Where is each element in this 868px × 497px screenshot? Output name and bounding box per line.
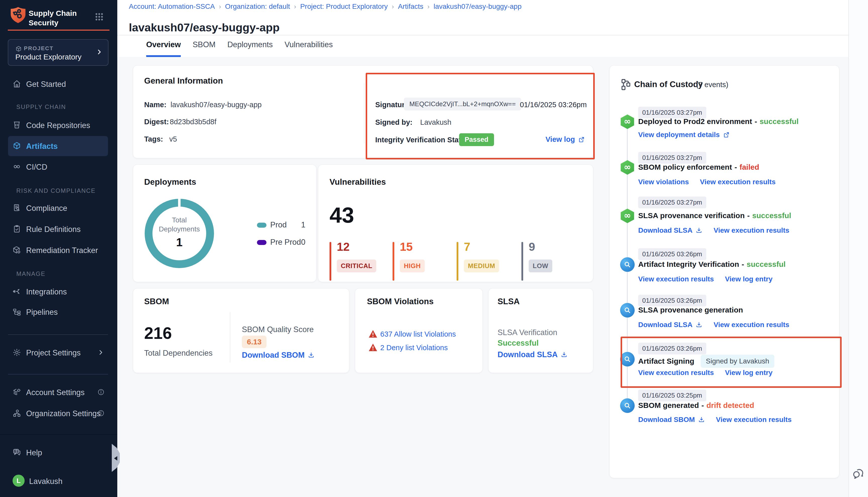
view-deployment-details-link[interactable]: View deployment details xyxy=(638,131,730,139)
total-dependencies-label: Total Dependencies xyxy=(144,349,212,358)
tags-label: Tags: xyxy=(144,135,163,143)
sidebar-item-label: Remediation Tracker xyxy=(26,246,98,255)
sidebar-item-project-settings[interactable]: Project Settings xyxy=(8,345,108,361)
sidebar-item-compliance[interactable]: Compliance xyxy=(8,200,108,216)
slsa-generation-icon xyxy=(620,303,635,317)
sidebar-item-rule-definitions[interactable]: Rule Definitions xyxy=(8,221,108,237)
sidebar-item-integrations[interactable]: Integrations xyxy=(8,284,108,300)
sidebar-item-pipelines[interactable]: Pipelines xyxy=(8,304,108,320)
tab-overview[interactable]: Overview xyxy=(146,40,181,57)
view-log-link[interactable]: View log xyxy=(546,135,585,144)
legend-dot-prod xyxy=(257,223,266,228)
deny-list-violations-link[interactable]: 2 Deny list Violations xyxy=(380,344,448,352)
vulnerabilities-card: Vulnerabilities 43 12 CRITICAL 15 HIGH 7… xyxy=(318,165,593,282)
event-title: SBOM policy enforcement - failed xyxy=(638,163,759,171)
event-status: drift detected xyxy=(706,401,754,410)
breadcrumb-organization[interactable]: Organization: default xyxy=(225,2,290,11)
chevron-right-icon xyxy=(96,49,102,55)
download-icon xyxy=(696,227,702,234)
sbom-card: SBOM 216 Total Dependencies SBOM Quality… xyxy=(133,288,349,373)
high-bar xyxy=(393,242,394,281)
deployments-card: Deployments Total Deployments 1 Prod 1 P… xyxy=(133,165,317,282)
view-execution-results-link[interactable]: View execution results xyxy=(638,275,714,283)
breadcrumb-artifact-name[interactable]: lavakush07/easy-buggy-app xyxy=(434,2,521,11)
legend-dot-pre-prod xyxy=(257,240,266,245)
signed-by-label: Signed by: xyxy=(375,118,412,127)
org-chart-gear-icon xyxy=(13,409,21,417)
sidebar-item-cicd[interactable]: CI/CD xyxy=(8,159,108,175)
download-slsa-link[interactable]: Download SLSA xyxy=(638,226,702,235)
sidebar-item-get-started[interactable]: Get Started xyxy=(8,76,108,92)
document-search-icon xyxy=(13,203,21,212)
layers-gear-icon xyxy=(13,388,21,396)
breadcrumb-artifacts[interactable]: Artifacts xyxy=(398,2,423,11)
download-sbom-link[interactable]: Download SBOM xyxy=(242,351,315,360)
tab-sbom[interactable]: SBOM xyxy=(193,40,215,57)
magnifier-icon xyxy=(624,355,631,363)
info-icon xyxy=(97,388,104,396)
signature-section-divider xyxy=(364,83,364,143)
medium-count: 7 xyxy=(464,240,471,254)
chain-of-custody-icon xyxy=(621,79,632,90)
event-timestamp: 01/16/2025 03:25pm xyxy=(638,389,706,401)
sidebar-item-organization-settings[interactable]: Organization Settings xyxy=(8,406,108,422)
sidebar-item-account-settings[interactable]: Account Settings xyxy=(8,384,108,400)
vulnerabilities-total: 43 xyxy=(330,202,354,228)
app-launcher-grid-icon[interactable] xyxy=(95,12,104,22)
user-avatar[interactable]: L xyxy=(13,475,25,487)
view-execution-results-link[interactable]: View execution results xyxy=(638,369,714,377)
artifact-cube-icon xyxy=(13,142,21,150)
download-slsa-label: Download SLSA xyxy=(498,350,558,359)
sbom-section-divider xyxy=(230,312,230,363)
warning-icon xyxy=(368,330,378,338)
view-execution-results-link[interactable]: View execution results xyxy=(700,178,775,186)
tags-value: v5 xyxy=(169,135,177,143)
critical-count: 12 xyxy=(337,240,350,254)
project-selector-name: Product Exploratory xyxy=(15,53,81,61)
signature-value[interactable]: MEQCICde2VjIT...bL+2+mqnOXw== xyxy=(404,98,521,111)
sidebar-item-code-repositories[interactable]: Code Repositories xyxy=(8,117,108,133)
digest-label: Digest: xyxy=(144,118,169,126)
tab-deployments[interactable]: Deployments xyxy=(227,40,273,57)
download-sbom-link[interactable]: Download SBOM xyxy=(638,416,705,424)
sidebar-item-label: Get Started xyxy=(26,80,66,89)
breadcrumb-project[interactable]: Project: Product Exploratory xyxy=(300,2,388,11)
view-execution-results-link[interactable]: View execution results xyxy=(714,226,789,235)
policy-enforcement-icon: ∞ xyxy=(620,160,635,175)
name-value: lavakush07/easy-buggy-app xyxy=(170,101,262,109)
sidebar-item-remediation-tracker[interactable]: Remediation Tracker xyxy=(8,242,108,258)
event-title: SLSA provenance verification - successfu… xyxy=(638,211,791,220)
signed-by-value: Lavakush xyxy=(420,118,451,127)
slsa-verification-icon: ∞ xyxy=(620,209,635,223)
card-title: SBOM Violations xyxy=(367,297,434,306)
sidebar-divider xyxy=(8,374,108,374)
name-label: Name: xyxy=(144,101,167,109)
project-selector[interactable]: PROJECT Product Exploratory xyxy=(8,39,109,66)
breadcrumb-account[interactable]: Account: Automation-SSCA xyxy=(129,2,215,11)
card-title: Deployments xyxy=(144,177,196,187)
download-slsa-link[interactable]: Download SLSA xyxy=(498,350,568,359)
view-log-entry-link[interactable]: View log entry xyxy=(725,275,772,283)
download-slsa-link[interactable]: Download SLSA xyxy=(638,321,702,329)
low-bar xyxy=(521,242,523,281)
low-count: 9 xyxy=(529,240,535,254)
slsa-verification-status: Successful xyxy=(498,339,539,347)
view-violations-link[interactable]: View violations xyxy=(638,178,689,186)
support-chat-icon[interactable] xyxy=(852,468,865,480)
event-timestamp: 01/16/2025 03:27pm xyxy=(638,107,706,118)
event-timestamp: 01/16/2025 03:26pm xyxy=(638,248,706,260)
view-execution-results-link[interactable]: View execution results xyxy=(714,321,789,329)
integrity-verification-icon xyxy=(620,257,635,272)
event-title: Artifact Signing Signed by Lavakush xyxy=(638,355,774,368)
chain-of-custody-title: Chain of Custody xyxy=(634,80,703,89)
view-log-entry-link[interactable]: View log entry xyxy=(725,369,772,377)
view-execution-results-link[interactable]: View execution results xyxy=(716,416,792,424)
sidebar-item-artifacts[interactable]: Artifacts xyxy=(8,136,108,156)
sidebar-collapse-handle[interactable] xyxy=(112,444,120,472)
allow-list-violations-link[interactable]: 637 Allow list Violations xyxy=(380,330,456,338)
sbom-quality-score-value: 6.13 xyxy=(242,336,266,348)
donut-center-label: Total Deployments xyxy=(157,216,201,234)
tab-vulnerabilities[interactable]: Vulnerabilities xyxy=(284,40,333,57)
status-badge-passed: Passed xyxy=(459,133,494,146)
sidebar-item-help[interactable]: Help xyxy=(8,444,108,460)
